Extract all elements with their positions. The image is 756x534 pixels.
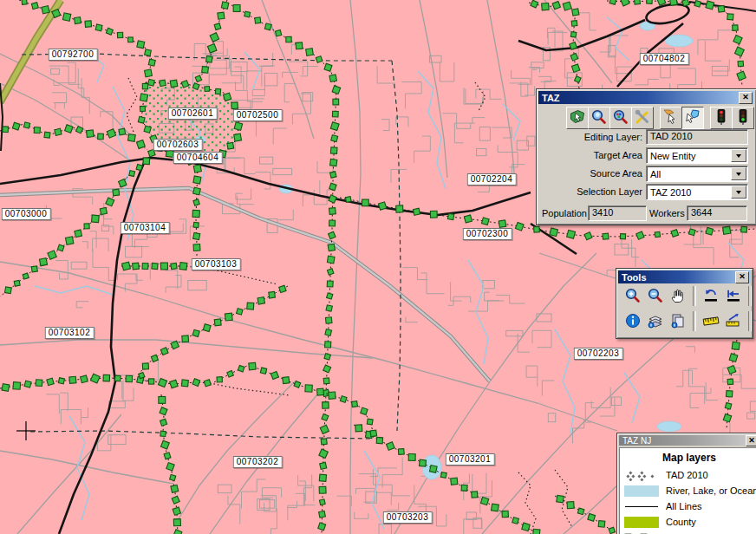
pointer-select-shape-button[interactable] xyxy=(681,107,704,129)
toolbar-separator xyxy=(693,311,696,331)
legend-window-title: TAZ NJ xyxy=(621,436,746,446)
zoom-in-icon xyxy=(624,287,642,306)
target-area-value: New Entity xyxy=(647,151,730,161)
tools-dialog: Tools ✕ xyxy=(616,268,753,339)
zoom-layers-button[interactable] xyxy=(609,107,632,129)
county-fill-swatch xyxy=(624,517,661,528)
traffic-green-button[interactable] xyxy=(732,107,754,129)
legend-item: County xyxy=(620,514,756,530)
target-area-dropdown[interactable]: New Entity xyxy=(646,147,748,164)
legend-item: TAZ 2010 xyxy=(620,530,756,534)
pan-hand-button[interactable] xyxy=(668,286,688,306)
legend-panel: TAZ NJ ✕ Map layers TAD 2010River, Lake,… xyxy=(616,433,756,534)
zoom-out-button[interactable] xyxy=(645,286,665,306)
selection-layer-value: TAZ 2010 xyxy=(647,187,730,198)
zoom-lens-button[interactable] xyxy=(588,107,610,129)
zoom-lens-icon xyxy=(590,108,608,127)
taz-dialog-title: TAZ xyxy=(540,93,739,103)
application-screen: 0079270000704802007026010070250000702603… xyxy=(0,0,756,534)
zoom-layers-icon xyxy=(612,108,629,127)
source-area-label: Source Area xyxy=(538,168,642,179)
workers-label: Workers xyxy=(649,208,684,218)
legend-titlebar[interactable]: TAZ NJ ✕ xyxy=(619,435,756,446)
tad-dots-swatch xyxy=(624,470,661,481)
info-button[interactable] xyxy=(622,311,642,331)
legend-heading: Map layers xyxy=(620,450,756,467)
workers-field: 3644 xyxy=(687,205,747,221)
taz-dialog: TAZ ✕ Editing Layer: TAD 2010 Target Are… xyxy=(536,88,756,225)
legend-item: TAD 2010 xyxy=(620,467,756,483)
legend-body: Map layers TAD 2010River, Lake, or Ocean… xyxy=(619,447,756,534)
measure-ruler-icon xyxy=(702,312,720,331)
selection-layer-dropdown[interactable]: TAZ 2010 xyxy=(646,184,748,200)
population-field: 3410 xyxy=(588,205,647,221)
traffic-green-icon xyxy=(734,108,752,127)
previous-extent-icon xyxy=(725,287,742,306)
legend-item: River, Lake, or Ocean xyxy=(620,483,756,498)
undo-icon xyxy=(702,287,720,306)
pointer-info-button[interactable] xyxy=(660,107,682,129)
zoom-in-button[interactable] xyxy=(622,286,642,306)
population-label: Population xyxy=(542,208,585,218)
water-fill-swatch xyxy=(624,485,661,497)
layers-info-icon xyxy=(647,312,664,331)
measure-ruler-button[interactable] xyxy=(701,311,720,331)
zoom-out-icon xyxy=(647,287,664,306)
editing-layer-field: TAD 2010 xyxy=(646,129,748,145)
editing-layer-label: Editing Layer: xyxy=(538,132,642,142)
chevron-down-icon[interactable] xyxy=(731,149,746,162)
toolbar-separator xyxy=(748,286,752,306)
legend-item: All Lines xyxy=(620,498,756,514)
previous-extent-button[interactable] xyxy=(723,286,743,306)
legend-item-label: County xyxy=(666,517,696,527)
undo-button[interactable] xyxy=(701,286,720,306)
close-icon[interactable]: ✕ xyxy=(746,435,756,446)
multi-info-button[interactable] xyxy=(668,311,688,331)
legend-item-label: All Lines xyxy=(666,501,702,511)
measure-area-icon xyxy=(725,312,742,331)
pointer-info-icon xyxy=(662,108,680,127)
black-line-swatch xyxy=(624,501,661,512)
select-shape-button[interactable] xyxy=(566,107,589,129)
traffic-red-button[interactable] xyxy=(710,107,733,129)
measure-area-button[interactable] xyxy=(723,311,743,331)
settings-tools-icon xyxy=(634,108,651,127)
toolbar-separator xyxy=(693,286,696,306)
source-area-value: All xyxy=(647,169,730,179)
chevron-down-icon[interactable] xyxy=(731,167,746,180)
tools-dialog-title: Tools xyxy=(620,272,735,283)
toolbar-separator xyxy=(748,311,752,331)
close-icon[interactable]: ✕ xyxy=(739,92,753,104)
taz-dialog-titlebar[interactable]: TAZ ✕ xyxy=(538,91,754,104)
layers-info-button[interactable] xyxy=(645,311,665,331)
legend-item-label: River, Lake, or Ocean xyxy=(666,485,756,496)
pointer-select-shape-icon xyxy=(684,108,701,127)
chevron-down-icon[interactable] xyxy=(731,186,746,199)
target-area-label: Target Area xyxy=(538,150,642,160)
selection-layer-label: Selection Layer xyxy=(538,186,642,197)
info-icon xyxy=(624,312,642,331)
settings-tools-button[interactable] xyxy=(631,107,654,129)
tools-dialog-titlebar[interactable]: Tools ✕ xyxy=(618,270,751,283)
select-shape-icon xyxy=(569,108,586,127)
legend-item-label: TAD 2010 xyxy=(666,470,708,480)
source-area-dropdown[interactable]: All xyxy=(646,166,748,182)
close-icon[interactable]: ✕ xyxy=(735,271,749,283)
multi-info-icon xyxy=(669,312,687,331)
traffic-red-icon xyxy=(713,108,730,127)
pan-hand-icon xyxy=(669,287,687,306)
